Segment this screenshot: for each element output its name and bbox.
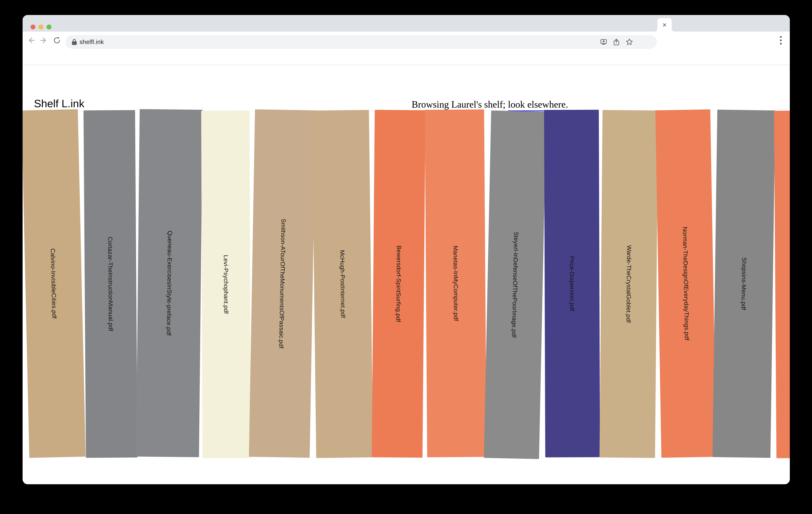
bookshelf: Calvino-InvisibleCities.pdfCortazar-TheI… [23,110,790,458]
install-icon [600,38,607,46]
traffic-light-zoom[interactable] [47,25,51,29]
book-label: Shopsins-Menu.pdf [740,258,748,310]
book-spine[interactable]: McHugh-PostInternet.pdf [312,110,373,458]
book-spine[interactable]: Queneau-ExercisesInStyle-preface.pdf [136,109,203,457]
browse-status-line: Browsing Laurel's shelf; look elsewhere. [412,99,568,110]
book-spine[interactable]: Cortazar-TheInstructionManual.pdf [84,110,138,458]
book-spine[interactable] [774,111,790,458]
book-label: Levi-Psychophant.pdf [222,255,229,314]
book-spine[interactable]: Levi-Psychophant.pdf [201,111,251,458]
book-spine[interactable]: Steyerl-InDefenseOfThePoorImage.pdf [484,111,546,459]
menu-button[interactable] [777,36,785,45]
browser-toolbar: shelfl.ink [23,32,790,65]
forward-arrow-icon [40,36,48,44]
browser-tab[interactable]: × [657,18,672,32]
lock-icon [71,38,77,45]
book-spine[interactable]: Warde-TheCrystalGoblet.pdf [600,110,658,458]
back-button[interactable] [27,36,35,45]
install-button[interactable] [600,38,607,46]
url-text: shelfl.ink [80,38,104,45]
book-spine[interactable]: Shopsins-Menu.pdf [713,110,775,458]
book-label: McHugh-PostInternet.pdf [339,250,346,318]
book-spine[interactable]: Calvino-InvisibleCities.pdf [23,109,86,458]
share-icon [613,38,620,46]
book-spine[interactable]: Smithson-ATourOfTheMonumentsOfPassaic.pd… [249,109,316,458]
book-label: Warde-TheCrystalGoblet.pdf [625,245,632,323]
book-spine[interactable]: Norman-TheDesignOfEverydayThings.pdf [655,110,716,458]
browser-window: × shelfl.ink [23,15,790,484]
book-spine[interactable]: Bewersdorf-SpiritSurfing.pdf [372,110,425,458]
book-label: Cortazar-TheInstructionManual.pdf [107,237,114,331]
look-elsewhere-link[interactable]: look elsewhere. [508,99,568,111]
browse-prefix: Browsing Laurel's shelf; [412,99,508,110]
forward-button[interactable] [39,36,48,45]
book-label: Bewersdorf-SpiritSurfing.pdf [395,245,402,322]
traffic-light-close[interactable] [31,25,35,29]
book-label: Queneau-ExercisesInStyle-preface.pdf [166,231,173,336]
book-spine[interactable]: Price-Dispersion.pdf [544,110,600,457]
traffic-light-minimize[interactable] [38,25,44,29]
share-button[interactable] [613,38,620,46]
book-spine[interactable]: Manetas-InMyComputer.pdf [425,110,487,457]
address-bar[interactable]: shelfl.ink [65,35,657,49]
page-content: Shelf L.ink Browsing Laurel's shelf; loo… [23,65,790,484]
tab-strip: × [23,15,790,32]
book-label: Manetas-InMyComputer.pdf [452,246,459,321]
book-label: Smithson-ATourOfTheMonumentsOfPassaic.pd… [278,219,287,349]
kebab-menu-icon [780,35,782,45]
star-icon [626,38,633,46]
book-label: Steyerl-InDefenseOfThePoorImage.pdf [511,232,520,338]
book-label: Price-Dispersion.pdf [569,256,576,311]
book-label: Norman-TheDesignOfEverydayThings.pdf [682,226,690,340]
back-arrow-icon [27,36,35,44]
refresh-icon [53,36,61,44]
tab-close-icon[interactable]: × [662,21,667,29]
book-label: Calvino-InvisibleCities.pdf [49,248,58,319]
bookmark-star-button[interactable] [626,38,633,46]
page-title: Shelf L.ink [34,97,84,110]
refresh-button[interactable] [53,36,61,45]
